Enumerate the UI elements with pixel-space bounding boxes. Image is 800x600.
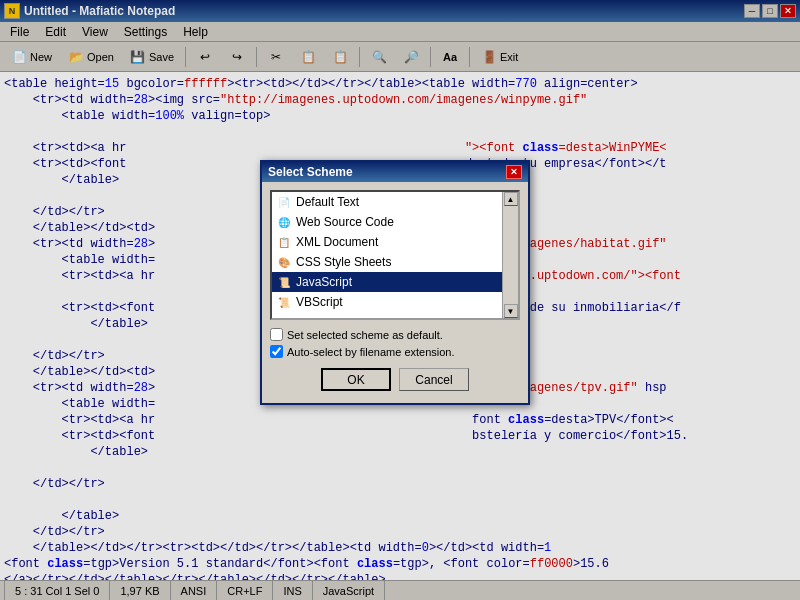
scheme-css[interactable]: 🎨 CSS Style Sheets	[272, 252, 518, 272]
scrollbar[interactable]: ▲ ▼	[502, 192, 518, 318]
default-text-icon: 📄	[276, 194, 292, 210]
dialog-body: 📄 Default Text 🌐 Web Source Code 📋 XML D…	[262, 182, 528, 403]
default-scheme-label: Set selected scheme as default.	[287, 329, 443, 341]
select-scheme-dialog: Select Scheme ✕ 📄 Default Text 🌐 Web Sou…	[260, 160, 530, 405]
default-scheme-row: Set selected scheme as default.	[270, 328, 520, 341]
dialog-close-button[interactable]: ✕	[506, 165, 522, 179]
scroll-up-button[interactable]: ▲	[504, 192, 518, 206]
auto-select-label: Auto-select by filename extension.	[287, 346, 455, 358]
scheme-listbox[interactable]: 📄 Default Text 🌐 Web Source Code 📋 XML D…	[270, 190, 520, 320]
scroll-down-button[interactable]: ▼	[504, 304, 518, 318]
auto-select-row: Auto-select by filename extension.	[270, 345, 520, 358]
css-icon: 🎨	[276, 254, 292, 270]
scheme-javascript[interactable]: 📜 JavaScript	[272, 272, 518, 292]
xml-icon: 📋	[276, 234, 292, 250]
scheme-web-source[interactable]: 🌐 Web Source Code	[272, 212, 518, 232]
web-source-icon: 🌐	[276, 214, 292, 230]
dialog-footer: OK Cancel	[270, 362, 520, 395]
vbscript-icon: 📜	[276, 294, 292, 310]
scheme-default-text[interactable]: 📄 Default Text	[272, 192, 518, 212]
scheme-vbscript[interactable]: 📜 VBScript	[272, 292, 518, 312]
scheme-xml[interactable]: 📋 XML Document	[272, 232, 518, 252]
scheme-listbox-wrapper: 📄 Default Text 🌐 Web Source Code 📋 XML D…	[270, 190, 520, 320]
default-scheme-checkbox[interactable]	[270, 328, 283, 341]
cancel-button[interactable]: Cancel	[399, 368, 469, 391]
dialog-title: Select Scheme	[268, 165, 506, 179]
dialog-title-bar: Select Scheme ✕	[262, 162, 528, 182]
modal-overlay: Select Scheme ✕ 📄 Default Text 🌐 Web Sou…	[0, 0, 800, 600]
ok-button[interactable]: OK	[321, 368, 391, 391]
javascript-icon: 📜	[276, 274, 292, 290]
auto-select-checkbox[interactable]	[270, 345, 283, 358]
